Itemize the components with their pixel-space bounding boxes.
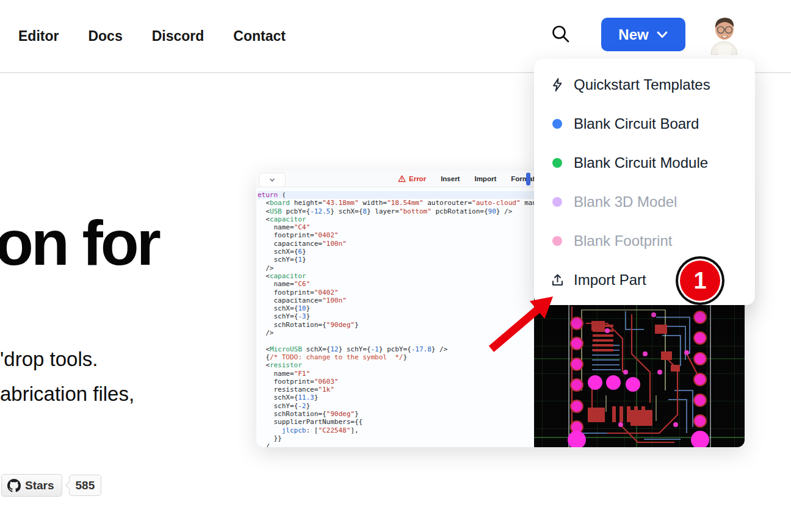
github-octocat-icon <box>7 479 21 492</box>
menu-item-label: Blank Circuit Board <box>574 115 699 132</box>
code-line: <USB pcbY={-12.5} schX={8} layer="bottom… <box>258 207 534 215</box>
count-bubble-notch <box>65 481 73 489</box>
code-line: schX={11.3} <box>258 394 534 401</box>
menu-item-label: Blank 3D Model <box>574 193 677 210</box>
code-line <box>258 337 534 345</box>
code-line: schX={10} <box>258 304 534 312</box>
code-line: schRotation={"90deg"} <box>258 410 534 418</box>
nav-link-discord[interactable]: Discord <box>152 28 204 45</box>
code-line: name="F1" <box>258 370 534 378</box>
code-line: <board height="43.18mm" width="18.54mm" … <box>258 199 534 207</box>
code-line: capacitance="100n" <box>258 240 534 248</box>
code-line: }} <box>258 434 534 442</box>
github-star-count[interactable]: 585 <box>69 475 102 496</box>
menu-item-blank-footprint[interactable]: Blank Footprint <box>534 221 755 261</box>
menu-item-label: Blank Footprint <box>574 232 672 250</box>
run-button-partial[interactable] <box>526 173 530 185</box>
menu-item-blank-3d-model[interactable]: Blank 3D Model <box>534 182 755 221</box>
search-icon <box>549 23 572 46</box>
color-dot-icon <box>550 195 565 209</box>
code-line: resistance="1k" <box>258 386 534 394</box>
menu-item-import-part[interactable]: Import Part <box>534 261 755 300</box>
code-line: footprint="0603" <box>258 378 534 386</box>
code-line: schY={1} <box>258 256 534 264</box>
toolbar-actions: Error Insert Import Format <box>398 171 535 187</box>
page: on for 'drop tools. abrication files, Er… <box>0 0 791 532</box>
insert-button[interactable]: Insert <box>441 175 460 182</box>
hero-paragraph-line-1: 'drop tools. <box>0 342 134 376</box>
color-dot <box>552 158 562 168</box>
color-dot <box>552 119 562 129</box>
code-line: <capacitor <box>258 272 534 280</box>
code-content[interactable]: eturn ( <board height="43.18mm" width="1… <box>256 187 534 447</box>
nav-links: EditorDocsDiscordContact <box>18 0 286 72</box>
github-stars-label: Stars <box>25 479 54 492</box>
hero-heading: on for <box>0 207 159 279</box>
code-line: name="C6" <box>258 280 534 288</box>
code-line: / <box>258 442 534 447</box>
code-line: capacitance="100n" <box>258 297 534 304</box>
code-line: footprint="0402" <box>258 231 534 239</box>
github-stars-widget: Stars 585 <box>1 474 101 497</box>
nav-link-editor[interactable]: Editor <box>18 28 59 45</box>
menu-item-blank-circuit-board[interactable]: Blank Circuit Board <box>534 104 755 143</box>
code-line: supplierPartNumbers={{ <box>258 418 534 426</box>
color-dot-icon <box>550 117 565 131</box>
code-line: eturn ( <box>258 191 534 199</box>
menu-item-blank-circuit-module[interactable]: Blank Circuit Module <box>534 143 755 182</box>
code-line: /> <box>258 264 534 272</box>
color-dot <box>552 236 562 246</box>
code-line: <resistor <box>258 361 534 369</box>
editor-file-tab[interactable] <box>259 173 286 187</box>
upload-icon <box>551 273 565 287</box>
nav-link-contact[interactable]: Contact <box>233 28 286 45</box>
code-line: jlcpcb: ["C22548"], <box>258 426 534 434</box>
star-count-value: 585 <box>76 479 95 492</box>
warning-triangle-icon <box>398 175 406 182</box>
menu-item-label: Blank Circuit Module <box>574 154 708 171</box>
menu-item-label: Quickstart Templates <box>574 76 710 93</box>
error-label: Error <box>409 175 426 182</box>
code-line: schRotation={"90deg"} <box>258 321 534 329</box>
new-menu-items: Quickstart TemplatesBlank Circuit BoardB… <box>534 65 755 300</box>
github-stars-button[interactable]: Stars <box>1 474 62 497</box>
code-line: <capacitor <box>258 215 534 223</box>
error-button[interactable]: Error <box>398 175 426 182</box>
code-line: schX={6} <box>258 248 534 256</box>
menu-item-quickstart-templates[interactable]: Quickstart Templates <box>534 65 755 104</box>
code-line: schY={-3} <box>258 312 534 320</box>
hero-paragraph-line-2: abrication files, <box>0 376 134 411</box>
search-button[interactable] <box>549 23 572 46</box>
hero-paragraph: 'drop tools. abrication files, <box>0 342 134 411</box>
code-line: schY={-2} <box>258 402 534 410</box>
bolt-icon <box>551 77 564 92</box>
new-button-label: New <box>618 26 648 43</box>
new-dropdown-menu: Quickstart TemplatesBlank Circuit BoardB… <box>534 59 755 305</box>
code-line: <MicroUSB schX={12} schY={-1} pcbY={-17.… <box>258 345 534 353</box>
new-button[interactable]: New <box>601 18 685 51</box>
bolt-icon <box>550 77 565 92</box>
code-line: name="C4" <box>258 223 534 231</box>
menu-item-label: Import Part <box>574 271 646 289</box>
format-button[interactable]: Format <box>511 175 535 182</box>
code-line: /> <box>258 329 534 337</box>
code-line: {/* TODO: change to the symbol */} <box>258 353 534 361</box>
annotation-step-badge: 1 <box>680 261 720 301</box>
chevron-down-icon <box>656 31 668 39</box>
color-dot <box>552 197 562 207</box>
upload-icon <box>550 273 565 287</box>
code-line: footprint="0402" <box>258 289 534 297</box>
user-avatar[interactable] <box>705 15 743 55</box>
chevron-down-icon <box>269 176 276 184</box>
nav-link-docs[interactable]: Docs <box>88 28 122 45</box>
color-dot-icon <box>550 234 565 248</box>
import-button[interactable]: Import <box>474 175 496 182</box>
color-dot-icon <box>550 156 565 170</box>
